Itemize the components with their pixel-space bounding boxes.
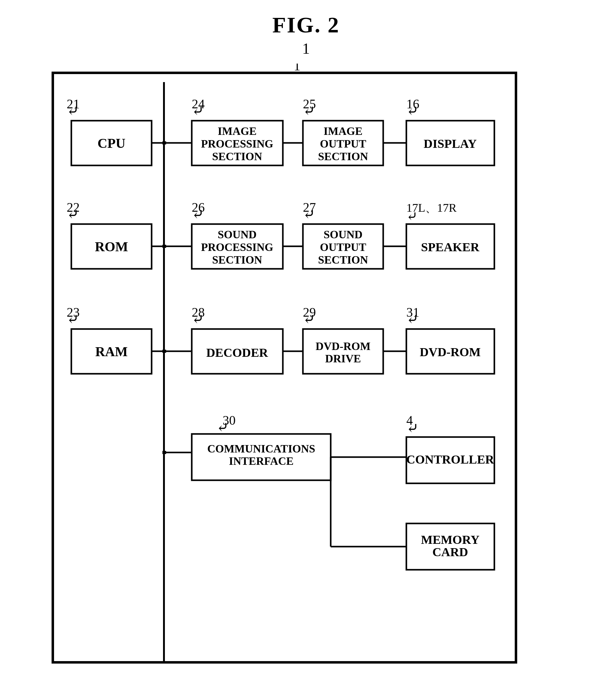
svg-rect-93 [163,350,166,353]
svg-text:DVD-ROM: DVD-ROM [420,345,481,359]
svg-text:PROCESSING: PROCESSING [201,241,273,253]
svg-text:RAM: RAM [95,344,127,359]
fig-ref-label: 1 [302,40,310,57]
svg-text:CONTROLLER: CONTROLLER [406,453,495,466]
svg-text:⤶: ⤶ [406,420,419,437]
svg-text:⤶: ⤶ [67,206,79,223]
svg-text:⤶: ⤶ [303,103,315,119]
svg-text:DRIVE: DRIVE [325,353,361,365]
svg-text:CPU: CPU [98,136,125,151]
svg-text:⤶: ⤶ [67,311,79,327]
svg-text:SOUND: SOUND [218,228,256,241]
svg-text:⤶: ⤶ [406,311,419,327]
svg-text:⤶: ⤶ [406,209,418,224]
svg-text:OUTPUT: OUTPUT [320,138,366,150]
svg-text:SECTION: SECTION [318,150,368,163]
svg-text:⤶: ⤶ [67,103,79,119]
svg-text:SPEAKER: SPEAKER [421,240,480,254]
svg-text:SECTION: SECTION [212,150,262,163]
svg-text:DVD-ROM: DVD-ROM [316,340,371,353]
fig-num-row: 1 [272,40,340,57]
svg-text:ROM: ROM [95,239,128,254]
svg-text:CARD: CARD [432,545,468,559]
svg-text:⤶: ⤶ [192,206,204,223]
svg-text:INTERFACE: INTERFACE [229,455,293,467]
svg-rect-94 [163,451,166,454]
svg-text:⤶: ⤶ [192,103,204,119]
svg-text:MEMORY: MEMORY [421,533,479,547]
svg-rect-91 [163,141,166,144]
svg-text:DISPLAY: DISPLAY [423,137,477,151]
svg-text:⤶: ⤶ [406,103,419,119]
figure-title: FIG. 2 [272,12,340,38]
svg-text:SECTION: SECTION [212,254,262,266]
svg-text:DECODER: DECODER [206,346,268,360]
svg-text:⤶: ⤶ [217,419,229,435]
svg-text:IMAGE: IMAGE [218,125,256,137]
svg-text:COMMUNICATIONS: COMMUNICATIONS [207,443,315,455]
svg-text:PROCESSING: PROCESSING [201,138,273,150]
svg-rect-92 [163,245,166,248]
svg-text:SOUND: SOUND [324,228,362,241]
svg-text:SECTION: SECTION [318,254,368,266]
svg-text:OUTPUT: OUTPUT [320,241,366,253]
svg-text:IMAGE: IMAGE [324,125,362,137]
svg-text:⤶: ⤶ [303,311,315,327]
block-diagram: 21 ⤶ CPU 24 ⤶ IMAGE PROCESSING SECTION 2… [43,63,569,681]
figure-header: FIG. 2 1 [272,12,340,57]
svg-text:⤶: ⤶ [192,311,204,327]
svg-text:⤶: ⤶ [303,206,315,223]
